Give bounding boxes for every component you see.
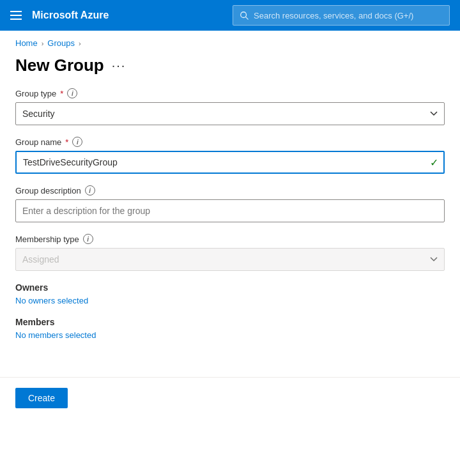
breadcrumb-home[interactable]: Home [15, 38, 38, 48]
membership-type-select: Assigned [15, 248, 445, 271]
owners-link[interactable]: No owners selected [15, 296, 88, 305]
required-star-name: * [65, 137, 68, 147]
group-name-label: Group name * i [15, 137, 445, 147]
group-description-label: Group description i [15, 185, 445, 196]
hamburger-menu[interactable] [10, 11, 22, 20]
topbar: Microsoft Azure [0, 0, 460, 31]
input-valid-icon: ✓ [430, 157, 438, 169]
search-bar[interactable] [233, 5, 450, 26]
page-title: New Group [15, 56, 104, 75]
group-name-input[interactable] [15, 151, 445, 174]
breadcrumb-sep2: › [79, 40, 81, 47]
more-options-button[interactable]: ··· [112, 58, 126, 73]
footer-bar: Create [0, 377, 460, 418]
membership-type-label: Membership type i [15, 234, 445, 244]
membership-type-field: Membership type i Assigned [15, 234, 445, 271]
search-input[interactable] [254, 11, 443, 20]
search-icon [240, 11, 249, 20]
members-label: Members [15, 317, 445, 327]
breadcrumb-sep1: › [42, 40, 44, 47]
group-description-field: Group description i [15, 185, 445, 222]
group-description-input[interactable] [15, 199, 445, 222]
group-type-select[interactable]: Security Microsoft 365 [15, 102, 445, 125]
page-header: New Group ··· [0, 53, 460, 88]
create-button[interactable]: Create [15, 388, 68, 408]
group-type-label: Group type * i [15, 88, 445, 98]
group-desc-info-icon[interactable]: i [85, 185, 95, 196]
owners-section: Owners No owners selected [15, 282, 445, 305]
group-type-field: Group type * i Security Microsoft 365 [15, 88, 445, 125]
breadcrumb-groups[interactable]: Groups [47, 38, 75, 48]
form-area: Group type * i Security Microsoft 365 Gr… [0, 88, 460, 364]
group-name-info-icon[interactable]: i [72, 137, 82, 147]
app-title: Microsoft Azure [32, 10, 109, 21]
membership-info-icon[interactable]: i [83, 234, 93, 244]
group-type-info-icon[interactable]: i [67, 88, 77, 98]
required-star-type: * [60, 89, 63, 98]
group-name-field: Group name * i ✓ [15, 137, 445, 174]
members-link[interactable]: No members selected [15, 330, 96, 340]
members-section: Members No members selected [15, 317, 445, 340]
owners-label: Owners [15, 282, 445, 293]
breadcrumb: Home › Groups › [0, 31, 460, 53]
group-name-input-wrapper: ✓ [15, 151, 445, 174]
svg-line-1 [246, 17, 249, 20]
